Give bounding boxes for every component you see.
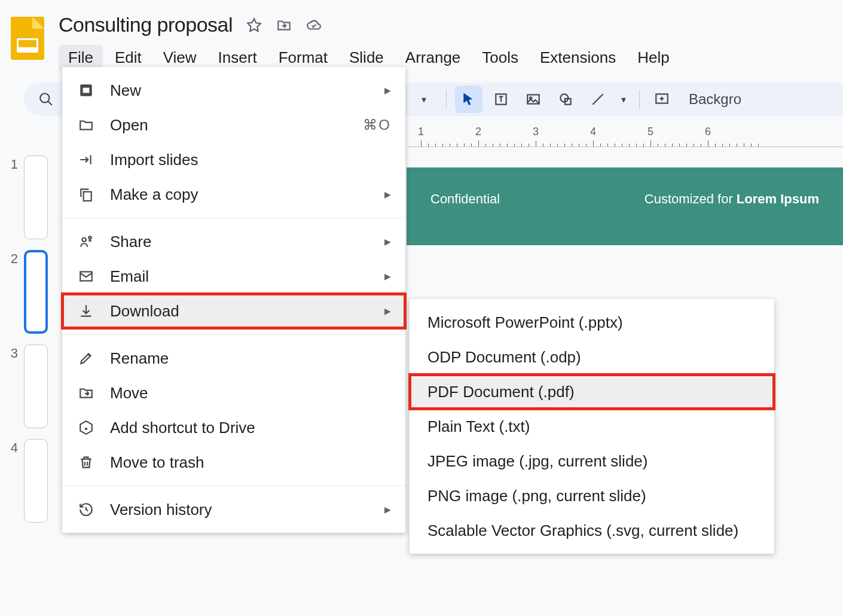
pencil-icon [77, 350, 96, 366]
thumb-num: 2 [6, 251, 18, 267]
thumb-num: 4 [6, 440, 18, 456]
menu-item-label: Version history [110, 501, 212, 519]
download-submenu: Microsoft PowerPoint (.pptx)ODP Document… [410, 299, 774, 554]
file-menu-make-a-copy[interactable]: Make a copy▶ [62, 177, 405, 212]
search-menus-icon[interactable] [32, 86, 60, 113]
file-menu-share[interactable]: Share▶ [62, 224, 405, 259]
file-menu-version-history[interactable]: Version history▶ [62, 492, 405, 527]
image-tool-icon[interactable] [520, 86, 547, 113]
menu-item-label: New [110, 81, 141, 100]
thumb-row[interactable]: 4 [6, 439, 48, 523]
download-option[interactable]: JPEG image (.jpg, current slide) [410, 444, 774, 478]
submenu-arrow-icon: ▶ [384, 306, 391, 316]
svg-point-0 [40, 93, 49, 102]
doc-title[interactable]: Consulting proposal [59, 13, 233, 36]
svg-rect-9 [84, 192, 91, 201]
background-button[interactable]: Backgro [689, 91, 741, 108]
history-icon [77, 502, 96, 517]
copy-icon [77, 187, 96, 202]
slides-logo [11, 17, 47, 63]
select-tool-icon[interactable] [455, 86, 482, 113]
import-icon [77, 152, 96, 167]
svg-point-4 [560, 94, 568, 102]
menu-item-label: Open [110, 116, 148, 135]
ruler-number: 4 [590, 126, 596, 138]
submenu-arrow-icon: ▶ [384, 272, 391, 281]
thumb-row[interactable]: 3 [6, 344, 48, 428]
download-option[interactable]: Microsoft PowerPoint (.pptx) [410, 305, 774, 340]
menu-extensions[interactable]: Extensions [530, 45, 625, 71]
submenu-arrow-icon: ▶ [384, 505, 391, 514]
ruler-number: 5 [647, 126, 653, 138]
move-icon [77, 385, 96, 401]
slide-thumb[interactable] [24, 250, 48, 334]
download-option[interactable]: Plain Text (.txt) [410, 409, 774, 444]
menu-shortcut: ⌘O [363, 117, 391, 133]
ruler-number: 2 [475, 126, 481, 138]
star-icon[interactable] [246, 17, 262, 33]
menu-item-label: Move to trash [110, 453, 204, 472]
folder-icon [77, 117, 96, 133]
thumb-num: 1 [6, 157, 18, 172]
slide-thumb[interactable] [24, 439, 48, 523]
menu-arrange[interactable]: Arrange [396, 45, 471, 71]
menu-item-label: Make a copy [110, 185, 198, 204]
title-area: Consulting proposal File Edit View Inser… [59, 6, 832, 71]
shortcut-icon [77, 420, 96, 435]
slide-thumbs: 1 2 3 4 [6, 155, 48, 523]
menu-help[interactable]: Help [628, 45, 679, 71]
submenu-arrow-icon: ▶ [384, 190, 391, 199]
file-menu-download[interactable]: Download▶ [62, 294, 405, 328]
slide-thumb[interactable] [24, 344, 48, 428]
shape-tool-icon[interactable] [552, 86, 579, 113]
file-menu-move-to-trash[interactable]: Move to trash [62, 445, 405, 480]
download-icon [77, 303, 96, 319]
slide-canvas[interactable]: Confidential Customized for Lorem Ipsum [407, 167, 843, 245]
share-icon [77, 234, 96, 249]
menu-tools[interactable]: Tools [472, 45, 528, 71]
submenu-arrow-icon: ▶ [384, 237, 391, 246]
file-menu-email[interactable]: Email▶ [62, 259, 405, 294]
file-menu-rename[interactable]: Rename [62, 341, 405, 376]
download-option[interactable]: Scalable Vector Graphics (.svg, current … [410, 513, 774, 548]
ruler-number: 6 [705, 126, 711, 138]
file-menu-move[interactable]: Move [62, 376, 405, 410]
ruler-number: 1 [418, 126, 424, 138]
file-menu-import-slides[interactable]: Import slides [62, 142, 405, 177]
email-icon [77, 269, 96, 284]
textbox-tool-icon[interactable] [487, 86, 515, 113]
menu-item-label: Email [110, 267, 149, 286]
ruler: 123456 [407, 122, 843, 147]
submenu-arrow-icon: ▶ [384, 86, 391, 95]
trash-icon [77, 455, 96, 470]
menu-item-label: Rename [110, 349, 169, 368]
move-folder-icon[interactable] [276, 17, 292, 33]
plus-box-icon [77, 83, 96, 98]
line-tool-dropdown[interactable]: ▾ [616, 86, 631, 113]
menu-item-label: Add shortcut to Drive [110, 419, 255, 437]
ruler-number: 3 [533, 126, 539, 138]
thumb-row[interactable]: 2 [6, 250, 48, 334]
new-slide-dropdown[interactable]: ▾ [410, 86, 438, 113]
file-dropdown: New▶Open⌘OImport slidesMake a copy▶Share… [62, 67, 405, 533]
thumb-num: 3 [6, 346, 18, 361]
download-option[interactable]: PDF Document (.pdf) [410, 374, 774, 409]
slide-thumb[interactable] [24, 155, 48, 239]
canvas-right-text: Customized for Lorem Ipsum [645, 191, 819, 245]
menu-item-label: Share [110, 233, 151, 251]
menu-item-label: Import slides [110, 151, 198, 169]
header: Consulting proposal File Edit View Inser… [0, 0, 843, 71]
comment-tool-icon[interactable] [648, 86, 676, 113]
menu-item-label: Move [110, 384, 148, 402]
thumb-row[interactable]: 1 [6, 155, 48, 239]
download-option[interactable]: PNG image (.png, current slide) [410, 478, 774, 513]
svg-point-10 [83, 238, 87, 242]
file-menu-open[interactable]: Open⌘O [62, 108, 405, 142]
file-menu-add-shortcut-to-drive[interactable]: Add shortcut to Drive [62, 410, 405, 445]
line-tool-icon[interactable] [584, 86, 612, 113]
download-option[interactable]: ODP Document (.odp) [410, 340, 774, 374]
file-menu-new[interactable]: New▶ [62, 73, 405, 108]
svg-point-11 [88, 236, 91, 239]
canvas-left-text: Confidential [430, 191, 500, 245]
cloud-status-icon[interactable] [306, 17, 322, 33]
